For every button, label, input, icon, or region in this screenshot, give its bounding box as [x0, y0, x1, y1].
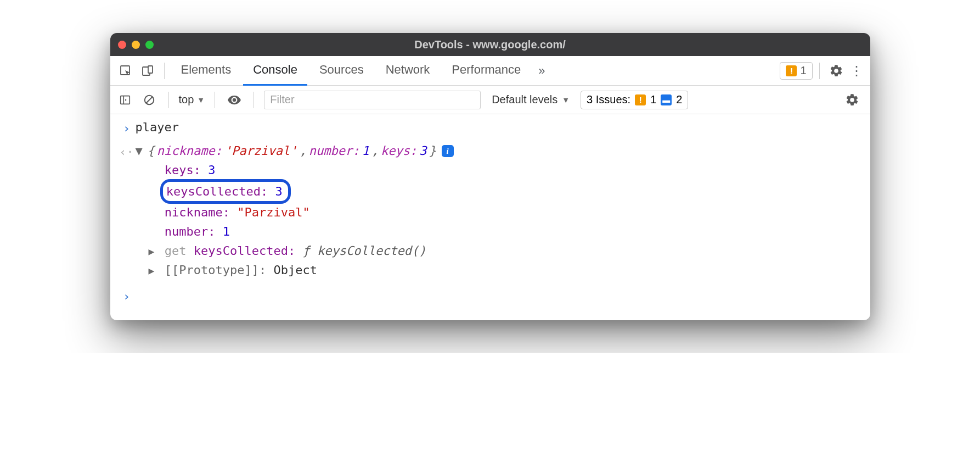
kebab-menu-icon[interactable]: ⋮	[848, 63, 865, 79]
prop-value: 3	[208, 163, 215, 177]
console-input-text[interactable]: player	[136, 118, 863, 137]
preview-value: 'Parzival'	[224, 141, 297, 160]
console-toolbar: top ▼ Default levels ▼ 3 Issues: ! 1 ▬ 2	[110, 86, 870, 114]
console-input-row: › player	[110, 118, 870, 138]
property-row-highlighted[interactable]: keysCollected: 3	[149, 180, 863, 203]
preview-value: 3	[419, 141, 426, 160]
more-tabs-icon[interactable]: »	[533, 64, 550, 78]
property-row[interactable]: nickname: "Parzival"	[149, 203, 863, 222]
devtools-tabbar: Elements Console Sources Network Perform…	[110, 56, 870, 86]
output-chevron-icon: ‹·	[118, 141, 136, 161]
svg-line-6	[146, 97, 152, 103]
close-window-icon[interactable]	[118, 41, 126, 49]
console-settings-icon[interactable]	[843, 90, 861, 110]
levels-label: Default levels	[492, 93, 557, 106]
issues-label: 3 Issues:	[587, 93, 630, 106]
prop-key: keysCollected:	[166, 185, 268, 198]
inspect-element-icon[interactable]	[116, 61, 136, 81]
preview-key: nickname:	[157, 141, 222, 160]
separator	[215, 92, 215, 108]
prop-key: keys:	[165, 163, 201, 177]
prop-value: 3	[275, 185, 282, 198]
device-toolbar-icon[interactable]	[138, 61, 157, 81]
zoom-window-icon[interactable]	[145, 41, 154, 49]
settings-icon[interactable]	[826, 61, 846, 81]
prop-key: keysCollected:	[194, 244, 295, 258]
issues-badge[interactable]: ! 1	[780, 62, 812, 80]
preview-key: number:	[309, 141, 360, 160]
tab-performance[interactable]: Performance	[442, 56, 531, 86]
tab-elements[interactable]: Elements	[171, 56, 241, 86]
info-badge-icon[interactable]: i	[442, 145, 454, 157]
getter-keyword: get	[165, 244, 187, 258]
info-icon: ▬	[661, 94, 672, 105]
chevron-down-icon: ▼	[197, 96, 205, 104]
execution-context-selector[interactable]: top ▼	[179, 93, 205, 106]
context-label: top	[179, 93, 194, 106]
console-prompt-row[interactable]: ›	[110, 286, 870, 306]
issues-warn-count: 1	[650, 93, 656, 106]
issues-count: 1	[800, 64, 806, 77]
property-row[interactable]: ▶ get keysCollected: ƒ keysCollected()	[149, 241, 863, 260]
chevron-down-icon: ▼	[562, 96, 570, 104]
disclosure-triangle-icon[interactable]: ▶	[149, 263, 157, 279]
window-titlebar: DevTools - www.google.com/	[110, 33, 870, 56]
clear-console-icon[interactable]	[140, 90, 159, 110]
separator	[164, 63, 165, 79]
separator	[819, 63, 820, 79]
filter-input[interactable]	[264, 91, 481, 109]
object-properties: keys: 3 keysCollected: 3 nickname: "Parz	[149, 160, 863, 280]
prop-value: ƒ keysCollected()	[302, 244, 426, 258]
separator	[254, 92, 254, 108]
minimize-window-icon[interactable]	[132, 41, 140, 49]
svg-rect-2	[148, 66, 153, 73]
tab-console[interactable]: Console	[243, 56, 307, 86]
warning-icon: !	[635, 94, 646, 105]
live-expression-icon[interactable]	[225, 90, 244, 110]
disclosure-triangle-icon[interactable]: ▶	[149, 244, 157, 260]
warning-icon: !	[786, 65, 797, 76]
prop-key: number:	[165, 225, 216, 238]
highlight-annotation: keysCollected: 3	[160, 179, 291, 204]
devtools-window: DevTools - www.google.com/ Elements Cons…	[110, 33, 870, 320]
input-chevron-icon: ›	[118, 118, 136, 138]
property-row[interactable]: keys: 3	[149, 160, 863, 180]
log-levels-selector[interactable]: Default levels ▼	[492, 93, 570, 106]
preview-value: 1	[362, 141, 369, 160]
property-row[interactable]: ▶ [[Prototype]]: Object	[149, 260, 863, 280]
property-row[interactable]: number: 1	[149, 222, 863, 241]
toggle-sidebar-icon[interactable]	[116, 90, 134, 110]
disclosure-triangle-icon[interactable]: ▼	[136, 141, 145, 160]
issues-info-count: 2	[676, 93, 682, 106]
tab-network[interactable]: Network	[376, 56, 440, 86]
brace: {	[148, 141, 155, 160]
console-result-row: ‹· ▼ { nickname: 'Parzival', number: 1, …	[110, 141, 870, 280]
input-chevron-icon: ›	[118, 286, 136, 306]
tab-sources[interactable]: Sources	[309, 56, 374, 86]
prop-value: "Parzival"	[237, 205, 309, 219]
prop-value: 1	[223, 225, 230, 238]
issues-summary[interactable]: 3 Issues: ! 1 ▬ 2	[581, 91, 688, 109]
brace: }	[429, 141, 436, 160]
separator	[168, 92, 169, 108]
preview-key: keys:	[381, 141, 417, 160]
prop-key: [[Prototype]]:	[165, 263, 266, 277]
prop-key: nickname:	[165, 205, 230, 219]
object-preview[interactable]: ▼ { nickname: 'Parzival', number: 1, key…	[136, 141, 863, 160]
window-title: DevTools - www.google.com/	[110, 38, 870, 51]
traffic-lights	[118, 41, 154, 49]
console-output: › player ‹· ▼ { nickname: 'Parzival', nu…	[110, 114, 870, 320]
prop-value: Object	[273, 263, 317, 277]
